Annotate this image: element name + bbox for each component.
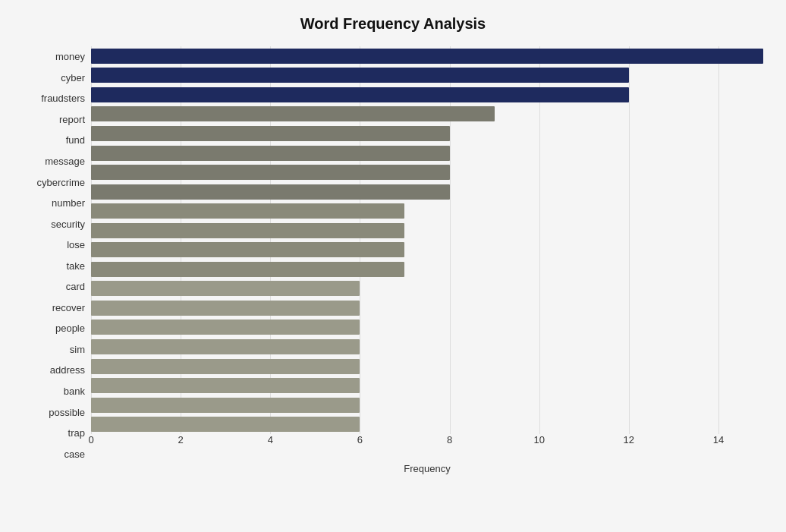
bar [91,242,404,257]
bar-row [91,162,763,182]
bar-row [91,240,763,260]
y-label: number [52,193,85,214]
bar [91,184,450,200]
x-tick-label: 6 [357,434,363,445]
bar [91,87,629,102]
y-label: report [59,109,85,131]
bar-row [91,414,763,434]
x-tick-label: 10 [533,434,544,445]
chart-area: moneycyberfraudstersreportfundmessagecyb… [23,46,763,464]
bar [91,146,450,161]
bar-row [91,376,763,395]
bar [91,49,763,64]
y-label: card [66,276,85,297]
chart-container: Word Frequency Analysis moneycyberfrauds… [0,0,786,532]
bar [91,359,360,374]
bar-row [91,85,763,105]
bar [91,68,629,83]
bars-section: 02468101214 Frequency [91,46,763,464]
bar-row [91,337,763,357]
y-label: take [66,255,85,276]
bar [91,281,360,296]
x-ticks: 02468101214 [91,434,763,449]
y-label: lose [67,235,85,256]
bar-row [91,357,763,376]
y-label: money [55,46,85,68]
bar [91,378,360,393]
bar [91,262,404,277]
bar-row [91,105,763,124]
x-tick-label: 14 [713,434,724,445]
x-tick-label: 2 [178,434,184,445]
bar [91,339,360,354]
bar-row [91,221,763,241]
y-label: message [45,151,85,172]
bar [91,165,450,180]
y-label: case [64,443,85,464]
bar-row [91,143,763,163]
bar-row [91,66,763,86]
y-label: people [55,318,85,339]
y-labels: moneycyberfraudstersreportfundmessagecyb… [23,46,91,464]
bar-row [91,46,763,66]
bar [91,301,360,316]
chart-title: Word Frequency Analysis [23,15,763,33]
y-label: cyber [61,68,85,89]
bar-row [91,395,763,415]
y-label: fund [66,130,85,151]
bar [91,203,404,219]
bar-row [91,201,763,221]
x-axis-label: Frequency [91,463,763,474]
x-axis-container: 02468101214 Frequency [91,434,763,464]
bar [91,106,495,121]
bar [91,223,404,238]
bar [91,126,450,141]
x-tick-label: 0 [88,434,93,445]
y-label: possible [49,401,85,423]
y-label: cybercrime [36,172,85,193]
x-tick-label: 12 [624,434,634,445]
bar-row [91,182,763,202]
y-label: security [51,213,85,235]
y-label: recover [52,297,85,319]
grid-and-bars [91,46,763,434]
bar-row [91,260,763,279]
y-label: address [50,360,85,381]
x-tick-label: 4 [268,434,273,445]
y-label: sim [70,339,85,360]
bar [91,417,360,432]
bar-row [91,124,763,143]
bars-wrapper [91,46,763,434]
bar-row [91,318,763,338]
y-label: bank [64,381,85,402]
bar [91,320,360,335]
bar-row [91,298,763,318]
y-label: fraudsters [41,88,85,109]
bar-row [91,279,763,299]
bar [91,398,360,413]
x-tick-label: 8 [447,434,452,445]
y-label: trap [68,423,85,444]
